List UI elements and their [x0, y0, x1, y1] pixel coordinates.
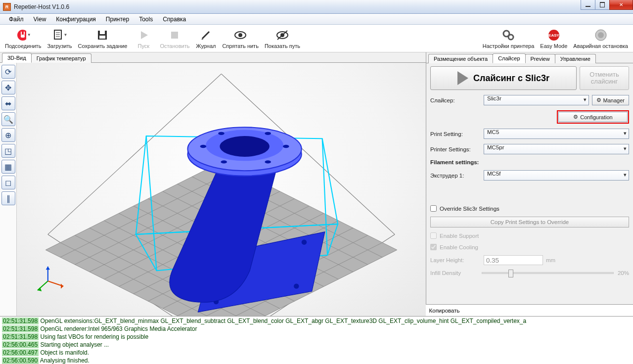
svg-rect-9	[100, 31, 105, 34]
window-title: Repetier-Host V1.0.6	[14, 3, 69, 10]
save-icon	[94, 28, 110, 42]
load-button[interactable]: ▼ Загрузить	[44, 25, 75, 52]
svg-rect-12	[171, 32, 178, 39]
svg-rect-2	[24, 32, 25, 35]
plug-icon: ▼	[15, 28, 31, 42]
gear-icon: ⚙	[573, 114, 578, 120]
menu-printer[interactable]: Принтер	[101, 14, 134, 25]
title-bar: R Repetier-Host V1.0.6 ✕	[0, 0, 633, 14]
menu-view[interactable]: View	[29, 14, 51, 25]
close-button[interactable]: ✕	[609, 0, 633, 10]
layer-height-input	[484, 255, 543, 265]
printer-settings-label: Printer Settings:	[430, 146, 481, 152]
enable-cooling-label: Enable Cooling	[440, 244, 478, 250]
infill-slider	[482, 272, 614, 274]
hide-filament-button[interactable]: Спрятать нить	[219, 25, 261, 52]
tab-slicer[interactable]: Слайсер	[493, 53, 525, 63]
svg-point-21	[508, 35, 513, 40]
extruder1-select[interactable]: MC5f	[484, 170, 629, 181]
enable-support-checkbox	[430, 232, 437, 239]
front-view-button[interactable]: ▦	[1, 160, 15, 174]
override-label: Override Slic3r Settings	[440, 206, 499, 212]
copy-log-button[interactable]: ⎘ Копировать	[420, 308, 459, 314]
layer-height-label: Layer Height:	[430, 257, 481, 263]
menu-bar: Файл View Конфигурация Принтер Tools Спр…	[0, 14, 633, 25]
svg-point-25	[598, 32, 604, 38]
maximize-button[interactable]	[595, 0, 610, 10]
svg-rect-10	[99, 36, 105, 39]
slicer-select[interactable]: Slic3r	[484, 95, 589, 105]
window-controls: ✕	[581, 0, 633, 10]
play-icon	[136, 28, 151, 42]
manager-button[interactable]: ⚙Manager	[592, 95, 629, 105]
print-setting-select[interactable]: MC5	[484, 129, 629, 139]
copy-override-button[interactable]: Copy Print Settings to Override	[430, 217, 629, 228]
move-view-button[interactable]: ✥	[1, 81, 15, 94]
log-output[interactable]: 02:51:31.598 OpenGL extensions:GL_EXT_bl…	[0, 316, 633, 364]
svg-rect-3	[21, 35, 25, 38]
override-checkbox[interactable]	[430, 205, 437, 212]
reset-view-button[interactable]: ⟳	[1, 65, 15, 79]
menu-help[interactable]: Справка	[158, 14, 191, 25]
tab-preview[interactable]: Preview	[525, 54, 555, 63]
svg-rect-1	[21, 32, 22, 35]
printer-settings-button[interactable]: Настройки принтера	[480, 25, 538, 52]
slicer-label: Слайсер:	[430, 97, 481, 103]
tab-placement[interactable]: Размещение объекта	[428, 54, 493, 63]
svg-point-59	[302, 239, 307, 244]
extruder1-label: Экструдер 1:	[430, 173, 481, 179]
configuration-button[interactable]: ⚙Configuration	[558, 112, 628, 122]
svg-marker-11	[141, 31, 148, 39]
slice-button[interactable]: Слайсинг с Slic3r	[430, 66, 577, 90]
svg-point-16	[238, 33, 242, 37]
enable-support-label: Enable Support	[440, 233, 479, 239]
fit-button[interactable]: ⊕	[1, 128, 15, 142]
tab-control[interactable]: Управление	[555, 54, 596, 63]
svg-point-65	[220, 136, 269, 157]
view-toolbar: ⟳ ✥ ⬌ 🔍 ⊕ ◳ ▦ ◻ ∥	[0, 63, 17, 316]
svg-point-67	[283, 145, 289, 148]
cancel-slice-button[interactable]: Отменить слайсинг	[580, 66, 629, 90]
minimize-button[interactable]	[581, 0, 595, 10]
menu-file[interactable]: Файл	[4, 14, 29, 25]
connect-button[interactable]: ▼ Подсоединить	[2, 25, 44, 52]
svg-point-68	[218, 132, 225, 135]
app-icon: R	[3, 3, 11, 11]
svg-point-60	[294, 283, 299, 288]
stop-button[interactable]: Остановить	[157, 25, 192, 52]
pencil-icon	[198, 28, 214, 42]
journal-button[interactable]: Журнал	[192, 25, 219, 52]
menu-config[interactable]: Конфигурация	[51, 14, 101, 25]
menu-tools[interactable]: Tools	[134, 14, 158, 25]
tab-temp-graph[interactable]: График температур	[31, 53, 91, 63]
print-setting-label: Print Setting:	[430, 131, 481, 137]
save-job-button[interactable]: Сохранить задание	[75, 25, 131, 52]
easy-mode-button[interactable]: EASY Easy Mode	[537, 25, 570, 52]
svg-point-66	[200, 145, 207, 148]
document-icon: ▼	[51, 28, 67, 42]
emergency-stop-button[interactable]: Аварийная остановка	[570, 25, 631, 52]
enable-cooling-checkbox	[430, 244, 437, 250]
move-object-button[interactable]: ⬌	[1, 96, 15, 110]
show-path-button[interactable]: Показать путь	[262, 25, 303, 52]
filament-settings-label: Filament settings:	[430, 159, 481, 165]
viewport-3d[interactable]	[17, 63, 426, 316]
main-toolbar: ▼ Подсоединить ▼ Загрузить Сохранить зад…	[0, 25, 633, 52]
play-icon	[457, 71, 468, 85]
iso-view-button[interactable]: ◳	[1, 144, 15, 158]
svg-marker-73	[61, 283, 63, 288]
right-pane: Размещение объекта Слайсер Preview Управ…	[426, 52, 633, 304]
parallel-button[interactable]: ∥	[1, 191, 15, 205]
top-view-button[interactable]: ◻	[1, 176, 15, 189]
zoom-button[interactable]: 🔍	[1, 112, 15, 126]
start-button[interactable]: Пуск	[130, 25, 157, 52]
mm-label: mm	[546, 257, 555, 263]
configuration-highlight: ⚙Configuration	[557, 110, 629, 124]
stop-circle-icon	[593, 28, 609, 42]
svg-marker-77	[46, 267, 50, 270]
slicer-panel: Слайсинг с Slic3r Отменить слайсинг Слай…	[426, 63, 633, 304]
printer-settings-select[interactable]: MC5pr	[484, 144, 629, 154]
gear-icon	[500, 28, 516, 42]
tab-3d-view[interactable]: 3D-Вид	[2, 53, 32, 63]
svg-point-71	[265, 160, 271, 163]
